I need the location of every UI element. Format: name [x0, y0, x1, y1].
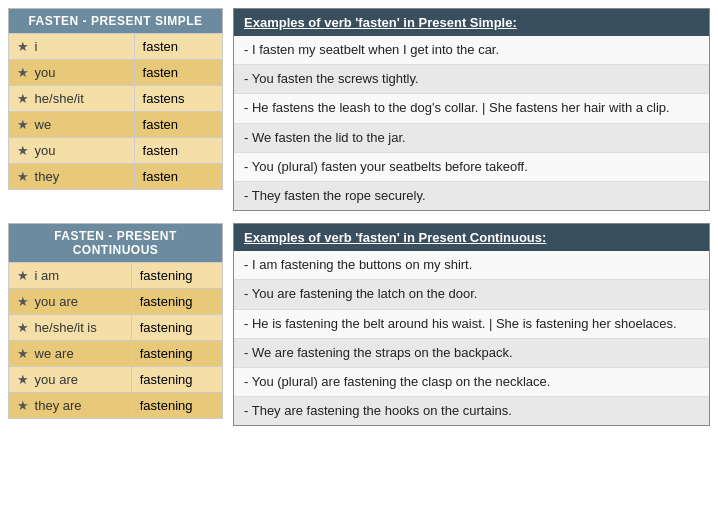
table-row: ★ he/she/it fastens — [9, 86, 223, 112]
example-row: - We fasten the lid to the jar. — [234, 124, 709, 153]
present-continuous-examples-header: Examples of verb 'fasten' in Present Con… — [234, 224, 709, 251]
present-continuous-title: FASTEN - PRESENT CONTINUOUS — [9, 224, 223, 263]
present-simple-title: FASTEN - PRESENT SIMPLE — [9, 9, 223, 34]
pronoun-cell: ★ you are — [9, 367, 132, 393]
present-simple-examples-body: - I fasten my seatbelt when I get into t… — [234, 36, 709, 210]
form-cell: fastens — [134, 86, 222, 112]
form-cell: fasten — [134, 164, 222, 190]
form-cell: fasten — [134, 34, 222, 60]
form-cell: fasten — [134, 60, 222, 86]
present-simple-examples-header: Examples of verb 'fasten' in Present Sim… — [234, 9, 709, 36]
example-row: - I am fastening the buttons on my shirt… — [234, 251, 709, 280]
main-container: FASTEN - PRESENT SIMPLE ★ i fasten ★ you… — [8, 8, 710, 426]
form-cell: fastening — [131, 341, 222, 367]
example-row: - You (plural) are fastening the clasp o… — [234, 368, 709, 397]
example-row: - You (plural) fasten your seatbelts bef… — [234, 153, 709, 182]
table-row: ★ you fasten — [9, 60, 223, 86]
present-continuous-examples-panel: Examples of verb 'fasten' in Present Con… — [233, 223, 710, 426]
pronoun-cell: ★ they are — [9, 393, 132, 419]
pronoun-cell: ★ we are — [9, 341, 132, 367]
form-cell: fastening — [131, 289, 222, 315]
pronoun-cell: ★ he/she/it is — [9, 315, 132, 341]
form-cell: fasten — [134, 138, 222, 164]
present-simple-examples-panel: Examples of verb 'fasten' in Present Sim… — [233, 8, 710, 211]
table-row: ★ i am fastening — [9, 263, 223, 289]
table-row: ★ you are fastening — [9, 289, 223, 315]
present-continuous-table-container: FASTEN - PRESENT CONTINUOUS ★ i am faste… — [8, 223, 223, 426]
table-row: ★ you fasten — [9, 138, 223, 164]
pronoun-cell: ★ he/she/it — [9, 86, 135, 112]
present-simple-table-container: FASTEN - PRESENT SIMPLE ★ i fasten ★ you… — [8, 8, 223, 211]
form-cell: fastening — [131, 315, 222, 341]
example-row: - We are fastening the straps on the bac… — [234, 339, 709, 368]
pronoun-cell: ★ we — [9, 112, 135, 138]
present-simple-table: FASTEN - PRESENT SIMPLE ★ i fasten ★ you… — [8, 8, 223, 190]
example-row: - He is fastening the belt around his wa… — [234, 310, 709, 339]
table-row: ★ we fasten — [9, 112, 223, 138]
pronoun-cell: ★ you are — [9, 289, 132, 315]
table-row: ★ we are fastening — [9, 341, 223, 367]
pronoun-cell: ★ you — [9, 60, 135, 86]
form-cell: fastening — [131, 263, 222, 289]
table-row: ★ you are fastening — [9, 367, 223, 393]
table-row: ★ they fasten — [9, 164, 223, 190]
example-row: - You are fastening the latch on the doo… — [234, 280, 709, 309]
pronoun-cell: ★ i am — [9, 263, 132, 289]
pronoun-cell: ★ i — [9, 34, 135, 60]
example-row: - He fastens the leash to the dog's coll… — [234, 94, 709, 123]
example-row: - You fasten the screws tightly. — [234, 65, 709, 94]
example-row: - I fasten my seatbelt when I get into t… — [234, 36, 709, 65]
present-continuous-table: FASTEN - PRESENT CONTINUOUS ★ i am faste… — [8, 223, 223, 419]
table-row: ★ i fasten — [9, 34, 223, 60]
present-continuous-examples-body: - I am fastening the buttons on my shirt… — [234, 251, 709, 425]
table-row: ★ they are fastening — [9, 393, 223, 419]
example-row: - They fasten the rope securely. — [234, 182, 709, 210]
pronoun-cell: ★ you — [9, 138, 135, 164]
pronoun-cell: ★ they — [9, 164, 135, 190]
form-cell: fastening — [131, 367, 222, 393]
example-row: - They are fastening the hooks on the cu… — [234, 397, 709, 425]
table-row: ★ he/she/it is fastening — [9, 315, 223, 341]
form-cell: fasten — [134, 112, 222, 138]
form-cell: fastening — [131, 393, 222, 419]
